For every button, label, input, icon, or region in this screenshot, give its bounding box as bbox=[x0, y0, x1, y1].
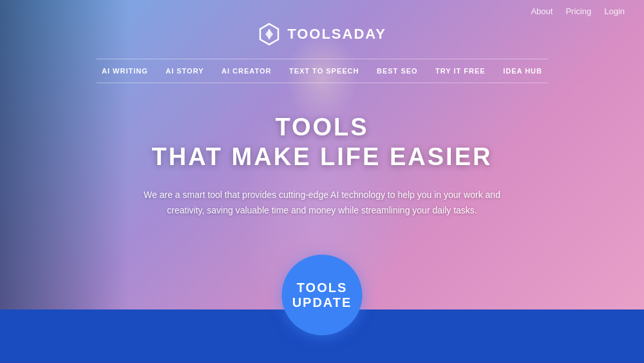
header: About Pricing Login TOOLSADAY AI WRITING… bbox=[0, 0, 644, 83]
badge-line1: TOOLS bbox=[297, 280, 348, 295]
logo-text: TOOLSADAY bbox=[287, 26, 386, 43]
nav-item-ai-story[interactable]: AI STORY bbox=[160, 66, 209, 76]
nav-item-text-to-speech[interactable]: TEXT TO SPEECH bbox=[284, 66, 365, 76]
login-link[interactable]: Login bbox=[604, 6, 625, 16]
nav-item-idea-hub[interactable]: IDEA HUB bbox=[498, 66, 547, 76]
hero-title-line2: THAT MAKE LIFE EASIER bbox=[129, 142, 515, 172]
nav-item-ai-creator[interactable]: AI CREATOR bbox=[216, 66, 276, 76]
tools-update-badge[interactable]: TOOLS UPDATE bbox=[282, 255, 363, 335]
nav-item-ai-writing[interactable]: AI WRITING bbox=[97, 66, 153, 76]
logo-area[interactable]: TOOLSADAY bbox=[258, 23, 386, 46]
top-bar: About Pricing Login bbox=[0, 0, 644, 23]
about-link[interactable]: About bbox=[531, 6, 553, 16]
page-wrapper: About Pricing Login TOOLSADAY AI WRITING… bbox=[0, 0, 644, 363]
pricing-link[interactable]: Pricing bbox=[565, 6, 591, 16]
logo-icon bbox=[258, 23, 281, 46]
hero-description: We are a smart tool that provides cuttin… bbox=[129, 188, 515, 219]
badge-line2: UPDATE bbox=[292, 295, 352, 310]
nav-item-try-it-free[interactable]: TRY IT FREE bbox=[430, 66, 491, 76]
hero-content: TOOLS THAT MAKE LIFE EASIER We are a sma… bbox=[129, 113, 515, 219]
nav-item-best-seo[interactable]: BEST SEO bbox=[372, 66, 423, 76]
hero-title-line1: TOOLS bbox=[129, 113, 515, 142]
main-nav: AI WRITING AI STORY AI CREATOR TEXT TO S… bbox=[97, 59, 547, 83]
